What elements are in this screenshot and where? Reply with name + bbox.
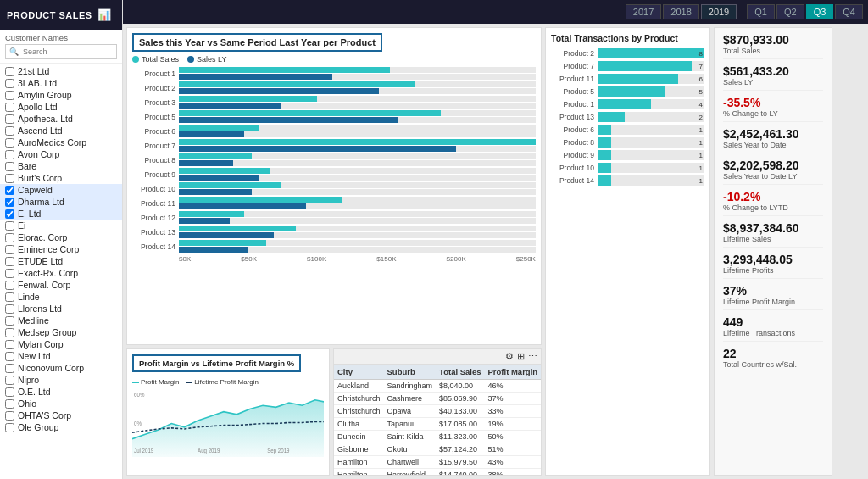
sidebar-checkbox[interactable] [5,245,14,254]
sidebar-checkbox[interactable] [5,316,14,326]
sidebar-item[interactable]: Eminence Corp [0,243,122,255]
year-2017-button[interactable]: 2017 [626,4,661,19]
bar-fill-ly [179,175,259,181]
sidebar-item[interactable]: Apollo Ltd [0,101,122,113]
sidebar-item[interactable]: Llorens Ltd [0,303,122,315]
sidebar-item[interactable]: E. Ltd [0,208,122,220]
sidebar-checkbox[interactable] [5,138,14,148]
sidebar-checkbox[interactable] [5,376,14,385]
sidebar-item[interactable]: AuroMedics Corp [0,136,122,148]
sidebar-checkbox[interactable] [5,292,14,302]
sidebar-item[interactable]: Capweld [0,184,122,196]
table-row[interactable]: HamiltonHarrowfield$14,740.0038%01/09/20… [334,469,541,476]
sidebar-checkbox[interactable] [5,174,14,183]
year-2019-button[interactable]: 2019 [701,4,737,19]
sidebar-checkbox[interactable] [5,423,14,432]
table-row[interactable]: ChristchurchCashmere$85,069.9037%09/09/2… [334,393,541,405]
sidebar-checkbox[interactable] [5,352,14,361]
sidebar-item[interactable]: Linde [0,291,122,303]
q2-button[interactable]: Q2 [776,4,804,19]
sidebar-item[interactable]: Apotheca. Ltd [0,113,122,125]
sidebar-item[interactable]: Amylin Group [0,89,122,101]
table-scroll[interactable]: CitySuburbTotal SalesProfit MarginLast S… [334,365,541,475]
table-row[interactable]: ChristchurchOpawa$40,133.0033%11/09/2019 [334,405,541,418]
sidebar-item[interactable]: Medsep Group [0,326,122,338]
sidebar-item[interactable]: Nipro [0,374,122,386]
tx-bar-value: 6 [699,75,703,83]
sidebar-item[interactable]: OHTA'S Corp [0,409,122,421]
bar-row: Product 9 [132,168,536,181]
tx-bar-track: 1 [598,137,704,148]
sidebar-item[interactable]: Burt's Corp [0,172,122,184]
sidebar-item-label: Mylan Corp [18,339,64,349]
sidebar-item[interactable]: Ei [0,220,122,231]
sidebar-checkbox[interactable] [5,221,14,231]
sidebar-item[interactable]: Dharma Ltd [0,196,122,208]
filter-icon[interactable]: ⚙ [505,351,514,362]
sidebar-checkbox[interactable] [5,387,14,397]
tx-bar-fill [598,125,611,135]
sidebar-checkbox[interactable] [5,79,14,88]
table-row[interactable]: GisborneOkotu$57,124.2051%06/09/2019 [334,443,541,456]
expand-icon[interactable]: ⊞ [517,351,525,362]
sidebar-checkbox[interactable] [5,126,14,136]
sidebar-item[interactable]: Niconovum Corp [0,362,122,374]
sidebar-item[interactable]: Medline [0,315,122,326]
table-row[interactable]: DunedinSaint Kilda$11,323.0050%30/09/201… [334,431,541,443]
table-row[interactable]: AucklandSandringham$8,040.0046%15/09/201… [334,380,541,393]
sidebar-checkbox[interactable] [5,340,14,349]
q1-button[interactable]: Q1 [747,4,775,19]
bar-fill-total [179,226,296,231]
sidebar-checkbox[interactable] [5,399,14,409]
sidebar-checkbox[interactable] [5,233,14,242]
sidebar-item[interactable]: Mylan Corp [0,338,122,350]
sidebar-checkbox[interactable] [5,304,14,314]
sidebar-item[interactable]: Bare [0,160,122,172]
table-cell: 51% [485,443,541,456]
sidebar-checkbox[interactable] [5,186,14,195]
table-row[interactable]: HamiltonChartwell$15,979.5043%11/09/2019 [334,456,541,469]
bar-track-total [179,197,536,203]
tx-bar-row: Product 7 7 [551,61,704,71]
sidebar-item-label: Ohio [18,398,36,409]
sidebar-checkbox[interactable] [5,328,14,337]
sidebar-item[interactable]: O.E. Ltd [0,386,122,398]
q4-button[interactable]: Q4 [835,4,863,19]
sidebar-checkbox[interactable] [5,114,14,124]
sidebar-checkbox[interactable] [5,103,14,112]
bar-group [179,168,536,181]
sidebar-checkbox[interactable] [5,91,14,100]
year-2018-button[interactable]: 2018 [663,4,698,19]
sidebar-item[interactable]: Exact-Rx. Corp [0,267,122,279]
q3-button[interactable]: Q3 [806,4,834,19]
sidebar-item[interactable]: 3LAB. Ltd [0,77,122,89]
sidebar-item[interactable]: Ascend Ltd [0,125,122,136]
sidebar-item[interactable]: Ohio [0,398,122,409]
sidebar-item[interactable]: Fenwal. Corp [0,279,122,291]
sidebar-checkbox[interactable] [5,67,14,76]
sidebar-item[interactable]: 21st Ltd [0,65,122,77]
sidebar-item[interactable]: New Ltd [0,350,122,362]
sidebar-checkbox[interactable] [5,150,14,159]
sidebar-checkbox[interactable] [5,281,14,290]
sidebar-checkbox[interactable] [5,198,14,207]
sidebar-item-label: Elorac. Corp [18,232,67,242]
table-row[interactable]: CluthaTapanui$17,085.0019%27/07/2019 [334,418,541,431]
sidebar-checkbox[interactable] [5,269,14,278]
sidebar-checkbox[interactable] [5,209,14,219]
sidebar-item[interactable]: Ole Group [0,421,122,433]
bar-row: Product 2 [132,81,536,94]
sidebar-checkbox[interactable] [5,162,14,171]
tx-bar-fill [598,137,611,148]
sidebar-item-label: Apotheca. Ltd [18,114,73,124]
sidebar-item[interactable]: Avon Corp [0,148,122,160]
sidebar-checkbox[interactable] [5,411,14,421]
sidebar-checkbox[interactable] [5,364,14,373]
more-icon[interactable]: ⋯ [528,351,537,362]
sidebar-item[interactable]: Elorac. Corp [0,231,122,243]
tx-bar-row: Product 14 1 [551,175,704,186]
search-input[interactable] [19,46,113,58]
sidebar-item[interactable]: ETUDE Ltd [0,255,122,267]
bar-track-ly [179,146,536,152]
sidebar-checkbox[interactable] [5,257,14,266]
